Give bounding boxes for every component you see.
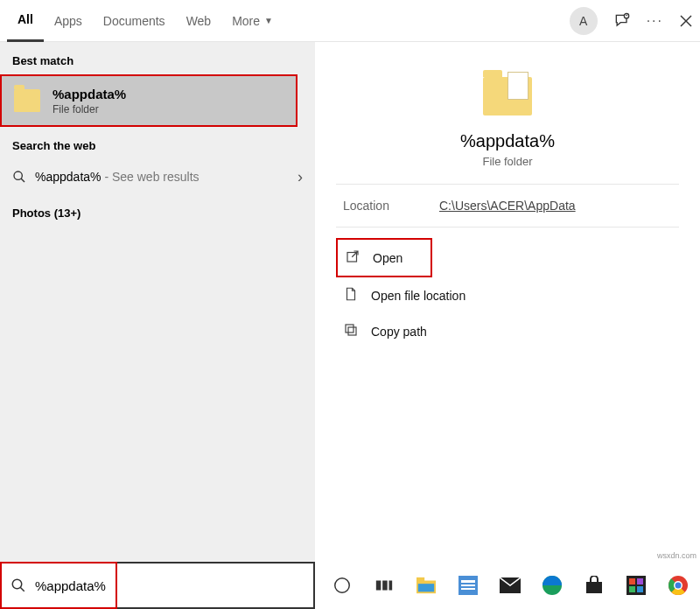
svg-rect-26: [629, 578, 635, 584]
tab-apps-label: Apps: [54, 14, 82, 28]
svg-rect-7: [346, 325, 354, 332]
svg-rect-11: [376, 581, 382, 591]
web-query: %appdata%: [35, 170, 102, 184]
location-value[interactable]: C:\Users\ACER\AppData: [439, 199, 576, 213]
chevron-down-icon: ▼: [264, 16, 273, 25]
svg-rect-19: [461, 584, 475, 586]
svg-line-4: [21, 178, 24, 182]
preview-subtitle: File folder: [482, 155, 532, 168]
open-location-label: Open file location: [371, 289, 466, 303]
tab-more[interactable]: More▼: [221, 0, 284, 42]
result-title: %appdata%: [52, 87, 126, 102]
web-result-text: %appdata% - See web results: [35, 170, 200, 184]
search-web-result[interactable]: %appdata% - See web results ›: [0, 159, 315, 194]
svg-point-8: [12, 579, 22, 589]
svg-rect-28: [629, 586, 635, 592]
tab-documents-label: Documents: [103, 14, 165, 28]
copy-path-action[interactable]: Copy path: [336, 313, 679, 349]
open-label: Open: [373, 251, 402, 265]
avatar[interactable]: A: [570, 7, 598, 35]
svg-rect-6: [348, 327, 356, 335]
app-icon-2[interactable]: [625, 574, 648, 597]
chrome-icon[interactable]: [667, 574, 690, 597]
location-row: Location C:\Users\ACER\AppData: [336, 185, 679, 228]
close-icon[interactable]: [679, 14, 693, 28]
svg-point-10: [335, 578, 350, 593]
svg-rect-18: [461, 580, 475, 583]
tab-web-label: Web: [186, 14, 212, 28]
copy-path-label: Copy path: [371, 325, 427, 339]
tab-web[interactable]: Web: [176, 0, 222, 42]
file-location-icon: [343, 286, 359, 304]
taskbar: [315, 562, 700, 609]
search-input[interactable]: [33, 578, 304, 594]
results-panel: Best match %appdata% File folder Search …: [0, 42, 315, 562]
svg-rect-24: [586, 582, 602, 593]
open-location-action[interactable]: Open file location: [336, 277, 679, 313]
best-match-result[interactable]: %appdata% File folder: [0, 74, 298, 127]
svg-rect-13: [389, 581, 393, 591]
tab-documents[interactable]: Documents: [93, 0, 176, 42]
svg-rect-27: [637, 578, 643, 584]
result-subtitle: File folder: [52, 103, 126, 116]
store-icon[interactable]: [583, 574, 606, 597]
search-body: Best match %appdata% File folder Search …: [0, 42, 700, 562]
folder-icon: [14, 89, 40, 112]
preview-card: %appdata% File folder Location C:\Users\…: [336, 60, 679, 360]
watermark: wsxdn.com: [657, 551, 696, 560]
result-text: %appdata% File folder: [52, 87, 126, 116]
tab-more-label: More: [232, 14, 260, 28]
search-icon: [10, 578, 26, 593]
tab-all-label: All: [18, 12, 33, 26]
photos-heading: Photos (13+): [0, 194, 315, 227]
best-match-heading: Best match: [0, 42, 315, 74]
copy-icon: [343, 322, 359, 340]
more-icon[interactable]: ···: [647, 13, 663, 29]
preview-panel: %appdata% File folder Location C:\Users\…: [315, 42, 700, 562]
web-suffix: - See web results: [102, 170, 200, 184]
location-label: Location: [343, 199, 439, 213]
svg-rect-29: [637, 586, 643, 592]
open-icon: [345, 248, 360, 267]
tab-apps[interactable]: Apps: [44, 0, 93, 42]
preview-title: %appdata%: [460, 131, 555, 151]
mail-icon[interactable]: [499, 574, 522, 597]
file-explorer-icon[interactable]: [415, 574, 438, 597]
search-web-heading: Search the web: [0, 127, 315, 159]
svg-point-3: [14, 172, 22, 179]
open-action[interactable]: Open: [336, 238, 432, 277]
search-tabs: All Apps Documents Web More▼ A ···: [0, 0, 700, 42]
svg-rect-15: [416, 578, 424, 583]
svg-rect-12: [382, 581, 388, 591]
avatar-letter: A: [579, 14, 587, 28]
search-icon: [12, 170, 26, 184]
folder-icon: [483, 77, 532, 116]
feedback-icon[interactable]: [613, 12, 631, 30]
preview-header: %appdata% File folder: [336, 60, 679, 185]
svg-line-9: [20, 587, 24, 592]
edge-icon[interactable]: [541, 574, 564, 597]
tab-all[interactable]: All: [7, 0, 44, 42]
actions-list: Open Open file location Copy path: [336, 228, 679, 360]
cortana-icon[interactable]: [331, 574, 354, 597]
svg-rect-16: [418, 584, 434, 592]
svg-rect-20: [461, 588, 475, 590]
task-view-icon[interactable]: [373, 574, 396, 597]
app-icon-1[interactable]: [457, 574, 480, 597]
header-actions: A ···: [570, 0, 693, 42]
svg-point-34: [676, 583, 682, 589]
chevron-right-icon: ›: [298, 168, 303, 186]
search-bar[interactable]: [0, 562, 315, 609]
